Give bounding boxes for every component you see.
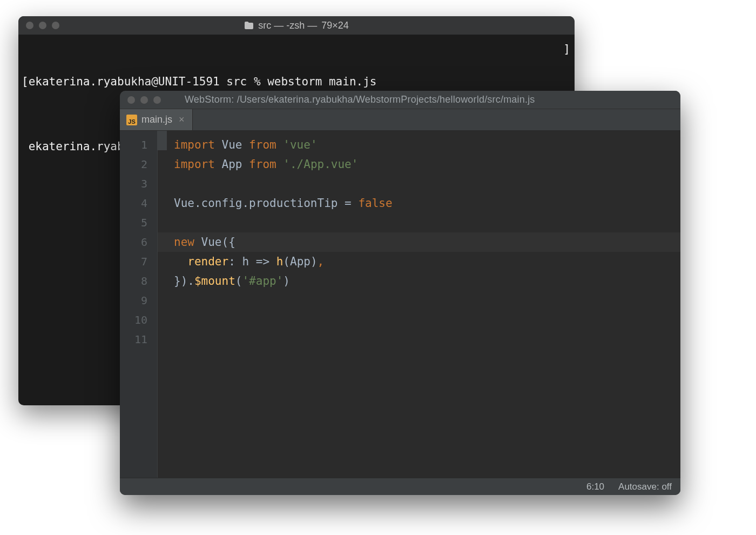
autosave-status[interactable]: Autosave: off: [618, 482, 672, 492]
prompt-close-bracket: ]: [563, 41, 570, 57]
ide-window-controls: [127, 96, 161, 104]
code-line[interactable]: import App from './App.vue': [172, 155, 680, 174]
js-file-icon: JS: [126, 115, 137, 125]
line-number[interactable]: 2: [120, 155, 157, 174]
line-number[interactable]: 1: [120, 135, 157, 155]
cursor-position[interactable]: 6:10: [586, 482, 604, 492]
maximize-icon[interactable]: [52, 22, 59, 29]
terminal-line: [ekaterina.ryabukha@UNIT-1591 src % webs…: [22, 73, 571, 90]
code-line[interactable]: }).$mount('#app'): [172, 271, 680, 291]
tab-filename: main.js: [141, 114, 172, 125]
code-line[interactable]: [172, 310, 680, 330]
maximize-icon[interactable]: [153, 96, 161, 104]
close-icon[interactable]: [26, 22, 33, 29]
ide-title: WebStorm: /Users/ekaterina.ryabukha/Webs…: [185, 94, 535, 105]
prompt-open-bracket: [22, 138, 29, 155]
line-number[interactable]: 8: [120, 271, 157, 291]
line-number[interactable]: 6: [120, 232, 157, 252]
code-line[interactable]: [172, 330, 680, 349]
code-line[interactable]: import Vue from 'vue': [172, 135, 680, 155]
tab-bar: JS main.js ×: [120, 109, 680, 131]
line-number[interactable]: 9: [120, 291, 157, 310]
status-bar: 6:10 Autosave: off: [120, 478, 680, 495]
terminal-command: webstorm main.js: [267, 73, 376, 90]
tab-close-icon[interactable]: ×: [177, 114, 185, 125]
tab-main-js[interactable]: JS main.js ×: [120, 109, 193, 130]
line-number[interactable]: 7: [120, 252, 157, 271]
code-line[interactable]: Vue.config.productionTip = false: [172, 193, 680, 213]
ide-titlebar[interactable]: WebStorm: /Users/ekaterina.ryabukha/Webs…: [120, 91, 680, 109]
code-line[interactable]: [172, 174, 680, 193]
terminal-title-prefix: src — -zsh —: [258, 20, 317, 31]
line-number-gutter[interactable]: 1234567891011: [120, 131, 158, 478]
line-number[interactable]: 4: [120, 193, 157, 213]
code-line[interactable]: [172, 291, 680, 310]
ide-window: WebStorm: /Users/ekaterina.ryabukha/Webs…: [120, 91, 680, 495]
editor-area: 1234567891011 import Vue from 'vue'impor…: [120, 131, 680, 478]
terminal-title-size: 79×24: [321, 20, 349, 31]
minimize-icon[interactable]: [140, 96, 148, 104]
line-number[interactable]: 5: [120, 213, 157, 232]
folder-icon: [244, 21, 254, 30]
terminal-window-controls: [26, 22, 59, 29]
terminal-title: src — -zsh — 79×24: [244, 20, 349, 31]
terminal-titlebar[interactable]: src — -zsh — 79×24: [18, 16, 575, 35]
code-line[interactable]: [172, 213, 680, 232]
close-icon[interactable]: [127, 96, 135, 104]
current-line-highlight: [158, 232, 680, 252]
code-editor[interactable]: import Vue from 'vue'import App from './…: [158, 131, 680, 478]
prompt-open-bracket: [: [22, 73, 29, 90]
line-number[interactable]: 10: [120, 310, 157, 330]
line-number[interactable]: 3: [120, 174, 157, 193]
code-line[interactable]: render: h => h(App),: [172, 252, 680, 271]
terminal-prompt: ekaterina.ryabukha@UNIT-1591 src %: [29, 73, 268, 90]
minimize-icon[interactable]: [39, 22, 46, 29]
line-number[interactable]: 11: [120, 330, 157, 349]
